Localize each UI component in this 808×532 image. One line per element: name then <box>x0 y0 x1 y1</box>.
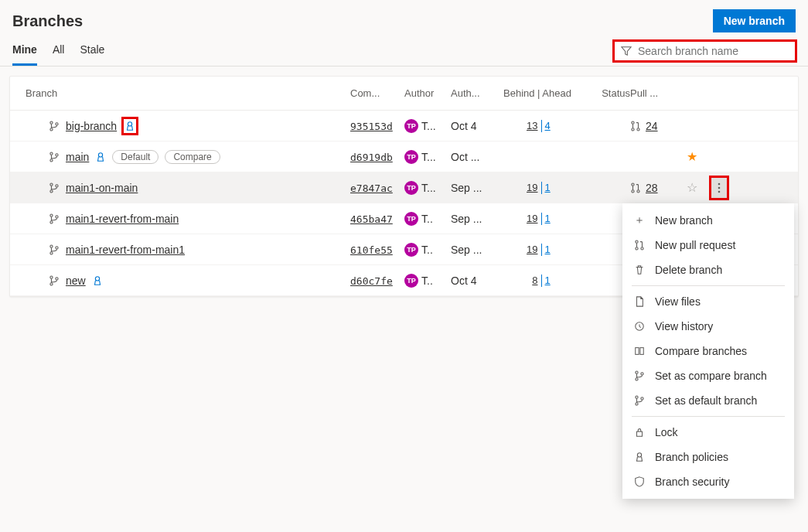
page-title: Branches <box>12 12 83 30</box>
branch-link[interactable]: main1-revert-from-main <box>66 213 179 225</box>
svg-point-6 <box>637 128 639 130</box>
author-name: T... <box>421 151 436 163</box>
behind-count[interactable]: 8 <box>524 275 538 286</box>
menu-lock[interactable]: Lock <box>622 420 794 445</box>
commit-link[interactable]: 465ba47 <box>350 213 393 225</box>
commit-link[interactable]: d6919db <box>350 152 393 163</box>
svg-point-18 <box>718 186 721 189</box>
svg-point-38 <box>641 373 643 375</box>
author-name: T.. <box>421 244 433 256</box>
avatar: TP <box>404 274 418 288</box>
behind-count[interactable]: 19 <box>524 182 538 193</box>
column-author: Author <box>404 87 451 99</box>
star-icon[interactable]: ★ <box>687 150 697 163</box>
policy-badge-icon <box>124 121 135 131</box>
policy-badge-icon <box>95 152 106 162</box>
author-name: T.. <box>421 213 433 225</box>
svg-point-22 <box>56 215 58 217</box>
search-box[interactable] <box>614 41 796 61</box>
column-pr: Pull ... <box>630 87 677 99</box>
branch-link[interactable]: new <box>66 275 86 287</box>
auth-date: Sep ... <box>451 213 499 225</box>
menu-compare-branches[interactable]: Compare branches <box>622 339 794 363</box>
commit-link[interactable]: 610fe55 <box>350 244 393 256</box>
tab-all[interactable]: All <box>53 36 65 66</box>
pr-icon <box>630 121 641 131</box>
pr-icon <box>633 239 646 251</box>
ahead-count[interactable]: 1 <box>545 213 559 224</box>
avatar: TP <box>404 150 418 164</box>
menu-view-files[interactable]: View files <box>622 289 794 314</box>
svg-point-28 <box>56 277 58 279</box>
svg-point-31 <box>636 247 638 250</box>
shield-icon <box>633 476 646 488</box>
menu-view-history[interactable]: View history <box>622 314 794 339</box>
search-input[interactable] <box>638 45 789 57</box>
auth-date: Oct 4 <box>451 120 499 132</box>
branch-icon <box>49 213 60 224</box>
branch-link[interactable]: big-branch <box>66 120 117 132</box>
menu-set-default[interactable]: Set as default branch <box>622 388 794 413</box>
auth-date: Oct ... <box>451 151 499 163</box>
branch-link[interactable]: main1-revert-from-main1 <box>66 244 185 256</box>
svg-point-20 <box>50 214 53 217</box>
more-options-button[interactable] <box>711 177 728 199</box>
menu-branch-policies[interactable]: Branch policies <box>622 445 794 469</box>
svg-point-3 <box>128 121 132 125</box>
svg-point-21 <box>50 220 53 223</box>
new-branch-button[interactable]: New branch <box>713 9 796 32</box>
menu-branch-security[interactable]: Branch security <box>622 469 794 494</box>
svg-point-24 <box>50 251 53 254</box>
avatar: TP <box>404 212 418 226</box>
tab-mine[interactable]: Mine <box>12 36 37 66</box>
tab-stale[interactable]: Stale <box>80 36 104 66</box>
behind-count[interactable]: 13 <box>524 120 538 131</box>
svg-rect-35 <box>640 348 643 355</box>
policy-badge-icon <box>92 275 103 286</box>
author-name: T... <box>421 120 436 132</box>
svg-point-11 <box>50 183 53 186</box>
svg-point-17 <box>718 182 721 185</box>
table-row[interactable]: main Default Compare d6919db TPT... Oct … <box>10 142 798 172</box>
svg-point-10 <box>99 152 103 156</box>
menu-set-compare[interactable]: Set as compare branch <box>622 363 794 388</box>
ahead-count[interactable]: 4 <box>545 120 559 131</box>
star-icon[interactable]: ☆ <box>687 181 697 194</box>
svg-point-12 <box>50 189 53 192</box>
svg-rect-42 <box>637 431 643 436</box>
pr-link[interactable]: 24 <box>646 120 658 132</box>
behind-count[interactable]: 19 <box>524 213 538 224</box>
lock-icon <box>633 426 646 438</box>
svg-point-15 <box>632 189 634 192</box>
commit-link[interactable]: e7847ac <box>350 182 393 194</box>
table-row[interactable]: big-branch 935153d TPT... Oct 4 134 24 <box>10 111 798 142</box>
svg-point-23 <box>50 245 53 247</box>
table-row[interactable]: main1-on-main e7847ac TPT... Sep ... 191… <box>10 172 798 203</box>
ahead-count[interactable]: 1 <box>545 275 559 286</box>
kebab-icon <box>718 182 721 193</box>
ahead-count[interactable]: 1 <box>545 182 559 193</box>
commit-link[interactable]: 935153d <box>350 121 393 132</box>
svg-point-7 <box>50 152 53 155</box>
ahead-count[interactable]: 1 <box>545 244 559 255</box>
commit-link[interactable]: d60c7fe <box>350 275 393 287</box>
pr-link[interactable]: 28 <box>646 182 658 194</box>
svg-point-39 <box>636 396 638 398</box>
compare-badge: Compare <box>165 150 220 164</box>
svg-point-8 <box>50 159 53 161</box>
svg-point-25 <box>56 246 58 248</box>
svg-point-32 <box>641 247 643 250</box>
svg-point-26 <box>50 276 53 278</box>
branch-icon <box>49 275 60 286</box>
pr-icon <box>630 182 641 193</box>
column-status: Status <box>584 87 630 99</box>
column-branch: Branch <box>26 87 350 99</box>
filter-icon <box>621 46 632 56</box>
branch-link[interactable]: main <box>66 151 89 163</box>
svg-point-37 <box>636 378 638 380</box>
menu-new-branch[interactable]: ＋New branch <box>622 208 794 233</box>
menu-new-pr[interactable]: New pull request <box>622 233 794 257</box>
behind-count[interactable]: 19 <box>524 244 538 255</box>
branch-link[interactable]: main1-on-main <box>66 182 138 194</box>
menu-delete-branch[interactable]: Delete branch <box>622 257 794 282</box>
